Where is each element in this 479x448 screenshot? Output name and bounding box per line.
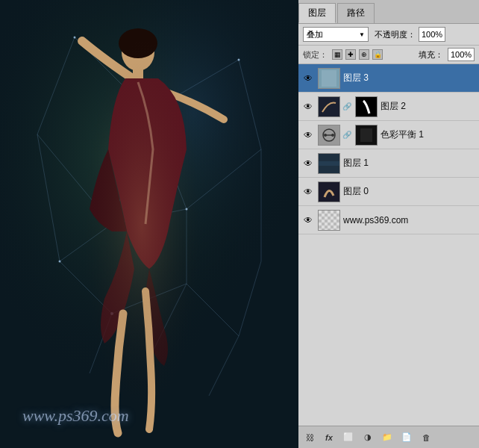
svg-line-9 xyxy=(149,112,187,209)
layer-link-icon: 🔗 xyxy=(343,130,351,140)
svg-line-4 xyxy=(149,60,239,112)
lock-checkerboard-icon[interactable]: ▦ xyxy=(332,49,342,60)
layer-item[interactable]: 👁 🔗 xyxy=(298,121,479,149)
mask-icon[interactable]: ⬜ xyxy=(342,431,355,444)
svg-line-14 xyxy=(187,284,239,336)
svg-point-27 xyxy=(110,312,113,315)
svg-point-30 xyxy=(122,34,154,71)
svg-line-7 xyxy=(37,134,112,224)
svg-line-21 xyxy=(149,284,187,358)
new-layer-icon[interactable]: 📄 xyxy=(400,431,413,444)
svg-line-16 xyxy=(60,224,112,261)
svg-rect-2 xyxy=(0,0,298,448)
visibility-icon[interactable]: 👁 xyxy=(301,72,315,85)
visibility-icon[interactable]: 👁 xyxy=(301,214,315,227)
svg-line-18 xyxy=(239,261,261,336)
visibility-icon[interactable]: 👁 xyxy=(301,185,315,199)
layer-name: 图层 2 xyxy=(381,100,476,113)
visibility-icon[interactable]: 👁 xyxy=(301,100,315,113)
svg-rect-35 xyxy=(322,70,336,87)
svg-rect-36 xyxy=(319,97,339,116)
layer-name: 色彩平衡 1 xyxy=(381,128,476,141)
svg-line-8 xyxy=(112,112,149,224)
visibility-icon[interactable]: 👁 xyxy=(301,157,315,170)
right-panel: 图层 路径 叠加 ▼ 不透明度： 100% 锁定： ▦ ✚ ⊕ xyxy=(298,0,479,448)
svg-rect-46 xyxy=(319,161,339,166)
svg-line-12 xyxy=(60,261,112,314)
blend-row: 叠加 ▼ 不透明度： 100% xyxy=(298,24,479,46)
lock-row: 锁定： ▦ ✚ ⊕ 🔒 填充： 100% xyxy=(298,46,479,64)
layer-item[interactable]: 👁 图层 3 xyxy=(298,64,479,93)
svg-point-25 xyxy=(186,208,188,211)
svg-rect-0 xyxy=(0,0,298,448)
layer-name: 图层 3 xyxy=(343,72,476,84)
svg-point-41 xyxy=(324,134,327,137)
canvas-image: www.ps369.com xyxy=(0,0,298,448)
layer-name: 图层 0 xyxy=(343,185,476,198)
link-icon[interactable]: ⛓ xyxy=(303,431,316,444)
svg-point-28 xyxy=(238,59,240,61)
adjustment-icon[interactable]: ◑ xyxy=(361,431,375,444)
group-icon[interactable]: 📁 xyxy=(381,431,394,444)
layer-thumbnail xyxy=(318,96,340,117)
tabs-bar: 图层 路径 xyxy=(298,0,479,24)
fill-label: 填充： xyxy=(419,49,443,60)
svg-point-23 xyxy=(148,111,151,113)
svg-line-22 xyxy=(209,336,239,396)
layer-link-icon: 🔗 xyxy=(343,102,351,112)
fill-input[interactable]: 100% xyxy=(448,48,475,61)
layer-item[interactable]: 👁 图层 1 xyxy=(298,149,479,178)
lock-position-icon[interactable]: ⊕ xyxy=(359,49,369,60)
svg-rect-1 xyxy=(0,0,298,448)
lock-label: 锁定： xyxy=(303,49,328,60)
layer-thumbnail xyxy=(318,125,340,146)
svg-point-24 xyxy=(111,223,113,225)
layer-thumbnail xyxy=(318,153,340,174)
layer-mask-thumbnail xyxy=(355,96,378,117)
delete-layer-icon[interactable]: 🗑 xyxy=(419,431,433,444)
svg-rect-32 xyxy=(133,67,143,82)
svg-line-10 xyxy=(187,149,261,209)
visibility-icon[interactable]: 👁 xyxy=(301,128,315,142)
layers-panel: 叠加 ▼ 不透明度： 100% 锁定： ▦ ✚ ⊕ 🔒 填充： 100% xyxy=(298,24,479,448)
lock-move-icon[interactable]: ✚ xyxy=(345,49,356,60)
lock-all-icon[interactable]: 🔒 xyxy=(372,49,383,60)
layer-item[interactable]: 👁 www.ps369.com xyxy=(298,206,479,234)
layer-item[interactable]: 👁 🔗 图层 2 xyxy=(298,93,479,121)
layer-name: 图层 1 xyxy=(343,157,476,169)
layer-thumbnail xyxy=(318,210,340,231)
layer-thumbnail xyxy=(318,68,340,89)
layers-list[interactable]: 👁 图层 3 👁 xyxy=(298,64,479,426)
fx-icon[interactable]: fx xyxy=(322,431,336,444)
layer-thumbnail xyxy=(318,181,340,202)
lock-icons: ▦ ✚ ⊕ 🔒 xyxy=(332,49,383,60)
tab-layers[interactable]: 图层 xyxy=(298,3,336,23)
bottom-toolbar: ⛓ fx ⬜ ◑ 📁 📄 🗑 xyxy=(298,426,479,448)
svg-line-3 xyxy=(75,37,149,112)
layer-name: www.ps369.com xyxy=(343,215,476,225)
svg-line-11 xyxy=(37,134,60,261)
layer-mask-thumbnail xyxy=(355,125,378,146)
svg-line-20 xyxy=(90,314,112,373)
svg-point-26 xyxy=(59,261,61,263)
svg-point-31 xyxy=(119,28,157,58)
canvas-area[interactable]: www.ps369.com xyxy=(0,0,298,448)
svg-rect-44 xyxy=(360,128,372,142)
svg-line-13 xyxy=(112,284,187,314)
blend-mode-select[interactable]: 叠加 ▼ xyxy=(303,27,369,42)
svg-point-33 xyxy=(82,37,201,411)
svg-line-6 xyxy=(37,37,75,134)
watermark: www.ps369.com xyxy=(22,406,129,426)
svg-point-42 xyxy=(331,134,334,137)
tab-paths[interactable]: 路径 xyxy=(337,3,375,23)
app-window: www.ps369.com 图层 路径 叠加 ▼ 不透明度： 100% 锁定： xyxy=(0,0,479,448)
svg-line-15 xyxy=(112,209,187,224)
opacity-input[interactable]: 100% xyxy=(419,27,445,42)
svg-line-5 xyxy=(239,60,261,149)
blend-arrow-icon: ▼ xyxy=(359,31,365,38)
layer-item[interactable]: 👁 图层 0 xyxy=(298,178,479,206)
opacity-label: 不透明度： xyxy=(375,29,416,40)
svg-point-29 xyxy=(74,37,76,39)
